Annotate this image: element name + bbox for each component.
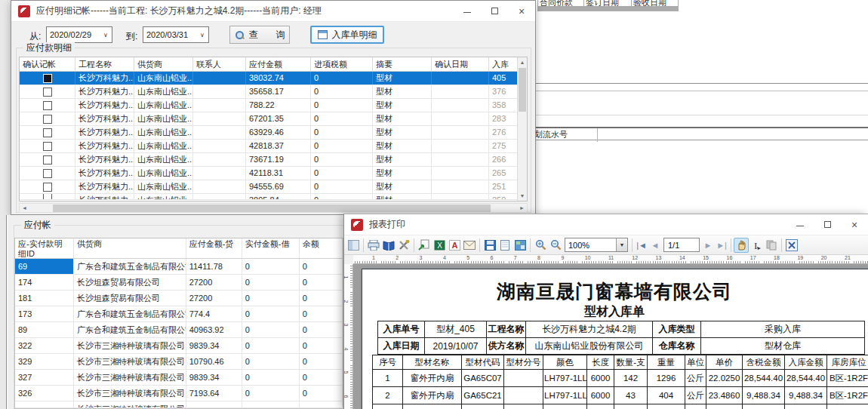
- table-row[interactable]: 长沙万科魅力... 山东南山铝业... 788.22 0 型材 358: [20, 99, 527, 112]
- zoom-out-icon[interactable]: [548, 238, 563, 253]
- first-page-icon[interactable]: |◄: [635, 241, 648, 250]
- export-pdf-icon[interactable]: A: [447, 238, 462, 253]
- maximize-button[interactable]: [481, 1, 508, 22]
- column-header[interactable]: 进项税额: [311, 57, 373, 71]
- save-report-icon[interactable]: [482, 238, 497, 253]
- to-date-select[interactable]: 2020/03/31 ∨: [143, 26, 209, 43]
- ruler-number: 21: [845, 255, 851, 260]
- minimize-button[interactable]: [786, 214, 814, 235]
- ruler-number: 6: [491, 255, 494, 260]
- confirm-checkbox[interactable]: [43, 142, 52, 151]
- column-header[interactable]: 余额: [300, 238, 343, 258]
- scroll-up-icon[interactable]: ▲: [518, 57, 527, 67]
- column-header[interactable]: 联系人: [193, 57, 246, 71]
- inbound-detail-button[interactable]: 入库单明细: [310, 26, 384, 44]
- divider: [526, 91, 868, 91]
- page-setup-icon[interactable]: [396, 238, 411, 253]
- group-title: 应付帐: [21, 220, 54, 230]
- print-icon[interactable]: [366, 238, 381, 253]
- previous-page-icon[interactable]: ◄: [648, 241, 662, 250]
- export-grid-icon[interactable]: [512, 238, 528, 253]
- column-header[interactable]: 应-实付款明细ID: [15, 238, 74, 258]
- text-select-icon[interactable]: I: [749, 238, 764, 253]
- query-button[interactable]: 查 询: [229, 26, 290, 44]
- confirm-checkbox[interactable]: [43, 183, 52, 192]
- chevron-down-icon[interactable]: ∨: [196, 32, 208, 38]
- confirm-checkbox[interactable]: [43, 88, 52, 97]
- table-row[interactable]: 长沙万科魅力... 山东南山铝业... 35658.17 0 型材 376: [20, 85, 527, 99]
- from-date-select[interactable]: 2020/02/29 ∨: [46, 26, 112, 43]
- book-icon[interactable]: [381, 238, 396, 253]
- column-header[interactable]: 供货商: [134, 57, 193, 71]
- zoom-in-icon[interactable]: [533, 238, 548, 253]
- close-button[interactable]: ×: [841, 214, 868, 235]
- minimize-button[interactable]: [454, 1, 481, 22]
- ruler-number: 4: [443, 255, 446, 260]
- column-header[interactable]: 确认记帐: [20, 57, 75, 71]
- table-row[interactable]: 174 长沙坦森贸易有限公司 27200 0 0: [15, 275, 343, 291]
- horizontal-scrollbar[interactable]: ◄ ►: [19, 203, 528, 213]
- column-header[interactable]: 摘要: [373, 57, 432, 71]
- table-row[interactable]: 长沙万科魅力... 山东南山铝业... 94555.69 0 型材 251: [20, 180, 527, 194]
- column-header[interactable]: 应付金额-贷: [186, 238, 242, 258]
- table-row[interactable]: 326 长沙市三湘特种玻璃有限公司 7193.64 0 0: [15, 386, 343, 401]
- column-header[interactable]: 供货商: [74, 238, 186, 258]
- table-row[interactable]: 长沙万科魅力... 山东南山铝业... 42818.37 0 型材 275: [20, 140, 527, 153]
- column-header[interactable]: 应付金额: [246, 57, 311, 71]
- export-image-icon[interactable]: [417, 238, 432, 253]
- vertical-scrollbar[interactable]: ▲ ▼: [517, 57, 527, 201]
- table-row[interactable]: 89 广东合和建筑五金制品有限公司 40963.92 0 0: [15, 322, 343, 338]
- export-excel-icon[interactable]: X: [432, 238, 447, 253]
- confirm-checkbox[interactable]: [43, 194, 52, 199]
- next-page-icon[interactable]: ►: [701, 241, 715, 250]
- confirm-checkbox[interactable]: [43, 169, 52, 178]
- confirm-checkbox[interactable]: [43, 155, 52, 165]
- email-icon[interactable]: [462, 238, 477, 253]
- scrollbar-thumb[interactable]: [519, 68, 526, 112]
- table-row[interactable]: 173 广东合和建筑五金制品有限公司 774.4 0 0: [15, 306, 343, 322]
- scroll-right-icon[interactable]: ►: [517, 204, 527, 213]
- table-row[interactable]: 181 长沙坦森贸易有限公司 27200 0 0: [15, 291, 343, 306]
- scrollbar-thumb[interactable]: [53, 204, 491, 212]
- titlebar[interactable]: 报表打印 ×: [344, 214, 868, 235]
- open-report-icon[interactable]: [497, 238, 512, 253]
- chevron-down-icon[interactable]: ▼: [616, 238, 627, 251]
- titlebar[interactable]: 应付明细记帐------当前工程: 长沙万科魅力之城4.2期------当前用户…: [11, 1, 535, 22]
- column-header[interactable]: 入库: [489, 57, 518, 71]
- table-row[interactable]: 长沙万科魅力... 山东南山铝业... 42118.31 0 型材 265: [20, 167, 527, 180]
- close-button[interactable]: ×: [508, 1, 535, 22]
- last-page-icon[interactable]: ►|: [715, 241, 728, 250]
- table-row[interactable]: 长沙万科魅力... 山东南山铝业... 73671.19 0 型材 266: [20, 153, 527, 167]
- table-row[interactable]: 322 长沙市三湘特种玻璃有限公司 9839.34 0 0: [15, 338, 343, 354]
- confirm-checkbox[interactable]: [43, 128, 52, 137]
- copy-page-icon[interactable]: [764, 238, 779, 253]
- zoom-level-select[interactable]: 100% ▼: [565, 238, 628, 252]
- confirm-checkbox[interactable]: [43, 115, 52, 124]
- chevron-down-icon[interactable]: ∨: [100, 32, 112, 38]
- table-row[interactable]: 329 长沙市三湘特种玻璃有限公司 10790.46 0 0: [15, 354, 343, 370]
- ruler-number: 5: [343, 371, 349, 374]
- column-header[interactable]: 实付金额-借: [242, 238, 300, 258]
- table-row[interactable]: 327 长沙市三湘特种玻璃有限公司 9839.34 0 0: [15, 370, 343, 386]
- divider: [526, 115, 868, 115]
- table-row[interactable]: 长沙万科魅力... 山东南山铝业... 38032.74 0 型材 405: [20, 72, 527, 85]
- scroll-down-icon[interactable]: ▼: [518, 191, 527, 201]
- table-row[interactable]: 69 广东合和建筑五金制品有限公司 11411.78 0 0: [15, 259, 343, 275]
- table-row[interactable]: 长沙市三湘特种玻璃有限公司: [15, 401, 343, 408]
- scroll-left-icon[interactable]: ◄: [20, 204, 29, 213]
- confirm-checkbox[interactable]: [43, 74, 52, 83]
- report-preview-area[interactable]: 湖南亘晟门窗幕墙有限公司 型材入库单 入库单号 型材_405 工程名称 长沙万科…: [353, 264, 868, 409]
- table-row[interactable]: 长沙万科魅力... 山东南山铝业... 3895.84 0 型材 250: [20, 194, 527, 200]
- column-header[interactable]: 工程名称: [75, 57, 134, 71]
- hand-tool-icon[interactable]: [734, 238, 749, 253]
- panel-toggle-icon[interactable]: [346, 238, 361, 253]
- table-row[interactable]: 长沙万科魅力... 山东南山铝业... 67201.35 0 型材 283: [20, 112, 527, 126]
- table-row[interactable]: [538, 11, 679, 11]
- maximize-button[interactable]: [814, 214, 841, 235]
- page-number-input[interactable]: 1/1: [663, 238, 700, 252]
- close-preview-icon[interactable]: [784, 238, 799, 253]
- confirm-checkbox[interactable]: [43, 101, 52, 110]
- table-row[interactable]: 长沙万科魅力... 山东南山铝业... 63929.46 0 型材 276: [20, 126, 527, 140]
- info-row: 入库单号 型材_405 工程名称 长沙万科魅力之城4.2期 入库类型 采购入库: [378, 321, 865, 338]
- column-header[interactable]: 确认日期: [432, 57, 489, 71]
